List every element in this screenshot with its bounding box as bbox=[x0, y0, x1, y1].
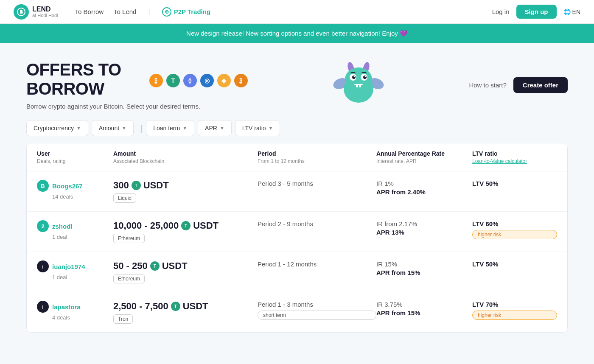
nav-lend[interactable]: To Lend bbox=[114, 8, 136, 15]
svg-rect-14 bbox=[356, 85, 358, 87]
table-row[interactable]: B Boogs267 14 deals 300 T USDT Liquid Pe… bbox=[27, 171, 567, 212]
avatar: i bbox=[37, 301, 49, 313]
col-user-sub: Deals, rating bbox=[37, 158, 113, 164]
col-period: Period From 1 to 12 months bbox=[258, 150, 376, 164]
nav-separator: | bbox=[148, 8, 150, 16]
table-header: User Deals, rating Amount Associated Blo… bbox=[27, 143, 567, 171]
blockchain-tag: Ethereum bbox=[113, 274, 145, 283]
ir-value: IR from 2.17% bbox=[376, 220, 472, 227]
chevron-down-icon: ▼ bbox=[122, 126, 126, 131]
announcement-banner: New design release! New sorting options … bbox=[0, 24, 594, 43]
amount-filter-label: Amount bbox=[99, 125, 119, 132]
ltv-cell: LTV 50% bbox=[472, 260, 557, 268]
ltv-filter[interactable]: LTV ratio ▼ bbox=[235, 120, 280, 136]
username[interactable]: lapastora bbox=[52, 303, 81, 311]
logo[interactable]: LEND at Hodl Hodl bbox=[14, 4, 58, 20]
amount-cell: 10,000 - 25,000 T USDT Ethereum bbox=[113, 220, 258, 243]
dai-icon[interactable]: ◈ bbox=[217, 74, 231, 87]
blockchain-tag: Ethereum bbox=[113, 234, 145, 243]
amount-value: 300 T USDT bbox=[113, 180, 258, 191]
currency: USDT bbox=[193, 220, 219, 231]
ir-value: IR 15% bbox=[376, 260, 472, 268]
period-cell: Period 1 - 12 months bbox=[258, 260, 376, 268]
svg-point-11 bbox=[353, 76, 355, 77]
usdt-icon: T bbox=[150, 261, 160, 271]
period-value: Period 1 - 12 months bbox=[258, 260, 376, 268]
username[interactable]: zshodl bbox=[52, 223, 73, 230]
amount-value: 50 - 250 T USDT bbox=[113, 260, 258, 272]
user-cell: i iuanjo1974 1 deal bbox=[37, 260, 113, 280]
period-value: Period 2 - 9 months bbox=[258, 220, 376, 227]
filter-separator: | bbox=[140, 123, 143, 133]
btc-icon[interactable]: ₿ bbox=[149, 74, 163, 87]
svg-point-6 bbox=[345, 67, 372, 91]
nav-p2p[interactable]: ⊕ P2P Trading bbox=[162, 7, 210, 17]
user-cell: B Boogs267 14 deals bbox=[37, 180, 113, 200]
col-apr-title: Annual Percentage Rate bbox=[376, 150, 472, 157]
table-row[interactable]: i iuanjo1974 1 deal 50 - 250 T USDT Ethe… bbox=[27, 252, 567, 292]
apr-filter[interactable]: APR ▼ bbox=[198, 120, 232, 136]
loan-term-filter[interactable]: Loan term ▼ bbox=[146, 120, 194, 136]
ltv-cell: LTV 70% higher risk bbox=[472, 301, 557, 320]
signup-button[interactable]: Sign up bbox=[516, 5, 557, 19]
apr-value: APR 13% bbox=[376, 229, 472, 236]
create-offer-button[interactable]: Create offer bbox=[513, 77, 568, 93]
col-ltv: LTV ratio Loan-to-Value calculator bbox=[472, 150, 557, 164]
page-header-left: OFFERS TO BORROW ₿ T ⟠ ◎ ◈ ₿ Borrow cryp… bbox=[26, 60, 248, 110]
nav-right: Log in Sign up 🌐 EN bbox=[492, 5, 580, 19]
main-content: OFFERS TO BORROW ₿ T ⟠ ◎ ◈ ₿ Borrow cryp… bbox=[13, 43, 581, 358]
username[interactable]: iuanjo1974 bbox=[52, 263, 85, 270]
currency: USDT bbox=[162, 260, 188, 272]
col-apr: Annual Percentage Rate Interest rate, AP… bbox=[376, 150, 472, 164]
cryptocurrency-filter-label: Cryptocurrency bbox=[34, 125, 74, 132]
col-period-sub: From 1 to 12 months bbox=[258, 158, 376, 164]
cryptocurrency-filter[interactable]: Cryptocurrency ▼ bbox=[26, 120, 88, 136]
blockchain-tag: Tron bbox=[113, 314, 133, 324]
currency: USDT bbox=[143, 180, 169, 191]
table-row[interactable]: 2 zshodl 1 deal 10,000 - 25,000 T USDT E… bbox=[27, 212, 567, 252]
user-cell: i lapastora 4 deals bbox=[37, 301, 113, 321]
p2p-label: P2P Trading bbox=[174, 8, 210, 15]
table-row[interactable]: i lapastora 4 deals 2,500 - 7,500 T USDT… bbox=[27, 292, 567, 332]
col-ltv-link[interactable]: Loan-to-Value calculator bbox=[472, 158, 557, 164]
language-button[interactable]: 🌐 EN bbox=[563, 8, 580, 15]
amount-cell: 2,500 - 7,500 T USDT Tron bbox=[113, 301, 258, 324]
amount-cell: 50 - 250 T USDT Ethereum bbox=[113, 260, 258, 283]
how-to-start-link[interactable]: How to start? bbox=[469, 81, 506, 89]
user-cell: 2 zshodl 1 deal bbox=[37, 220, 113, 240]
col-amount-sub: Associated Blockchain bbox=[113, 158, 258, 164]
svg-rect-13 bbox=[354, 84, 363, 85]
usdt-icon: T bbox=[181, 221, 191, 230]
currency: USDT bbox=[183, 301, 208, 312]
p2p-icon: ⊕ bbox=[162, 7, 171, 17]
eth-icon[interactable]: ⟠ bbox=[183, 74, 197, 87]
amount-value: 10,000 - 25,000 T USDT bbox=[113, 220, 258, 231]
login-button[interactable]: Log in bbox=[492, 8, 510, 15]
nav-borrow[interactable]: To Borrow bbox=[75, 8, 104, 15]
ir-value: IR 3.75% bbox=[376, 301, 472, 308]
usdt-icon[interactable]: T bbox=[166, 74, 180, 87]
user-name-row: i lapastora bbox=[37, 301, 113, 313]
banner-text: New design release! New sorting options … bbox=[186, 30, 408, 37]
wbtc-icon[interactable]: ₿ bbox=[234, 74, 248, 87]
offers-table: User Deals, rating Amount Associated Blo… bbox=[26, 143, 568, 333]
mascot-image bbox=[333, 60, 384, 107]
amount-filter[interactable]: Amount ▼ bbox=[92, 120, 134, 136]
username[interactable]: Boogs267 bbox=[52, 182, 83, 190]
usdt-icon: T bbox=[132, 181, 141, 190]
apr-cell: IR 1% APR from 2.40% bbox=[376, 180, 472, 197]
period-value: Period 3 - 5 months bbox=[258, 180, 376, 187]
usdc-icon[interactable]: ◎ bbox=[200, 74, 214, 87]
col-amount: Amount Associated Blockchain bbox=[113, 150, 258, 164]
col-ltv-title: LTV ratio bbox=[472, 150, 557, 157]
chevron-down-icon: ▼ bbox=[182, 126, 187, 131]
globe-icon: 🌐 bbox=[563, 8, 571, 15]
ltv-filter-label: LTV ratio bbox=[242, 125, 266, 132]
logo-icon bbox=[14, 4, 29, 20]
avatar: B bbox=[37, 180, 49, 192]
navbar: LEND at Hodl Hodl To Borrow To Lend | ⊕ … bbox=[0, 0, 594, 24]
ltv-value: LTV 50% bbox=[472, 180, 557, 187]
chevron-down-icon: ▼ bbox=[220, 126, 224, 131]
ltv-value: LTV 70% bbox=[472, 301, 557, 308]
period-cell: Period 3 - 5 months bbox=[258, 180, 376, 187]
